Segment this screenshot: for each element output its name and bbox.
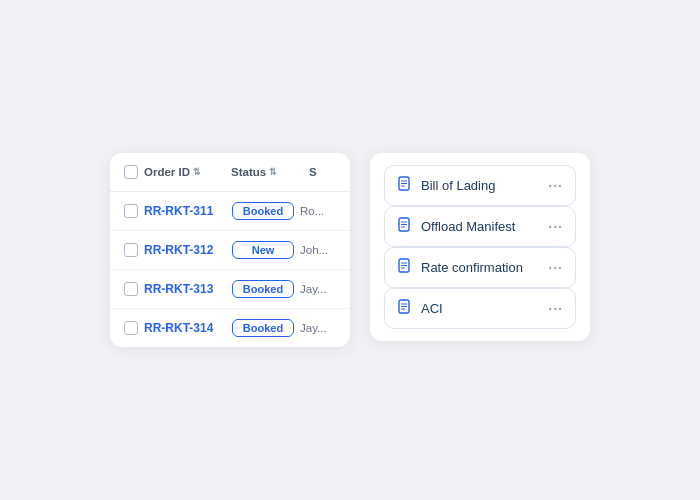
row-name-cell: Jay... [300,283,336,295]
order-id-cell: RR-RKT-312 [144,243,226,257]
s-column-header: S [309,166,336,178]
status-sort-icon: ⇅ [269,167,277,177]
order-id-cell: RR-RKT-314 [144,321,226,335]
documents-list: Bill of Lading ··· Offload Manifest ··· [384,165,576,329]
doc-more-button-1[interactable]: ··· [548,219,563,235]
doc-label-0: Bill of Lading [421,178,495,193]
doc-more-button-2[interactable]: ··· [548,260,563,276]
doc-item-3[interactable]: ACI ··· [384,288,576,329]
order-id-label: Order ID [144,166,190,178]
doc-label-3: ACI [421,301,443,316]
status-badge: Booked [232,280,294,298]
main-container: Order ID ⇅ Status ⇅ S RR-RKT-311 Booked … [110,153,590,347]
status-badge: Booked [232,202,294,220]
row-checkbox-1[interactable] [124,243,138,257]
order-id-sort-icon: ⇅ [193,167,201,177]
doc-icon-2 [397,258,413,277]
order-id-column-header[interactable]: Order ID ⇅ [144,166,225,178]
table-row[interactable]: RR-RKT-313 Booked Jay... [110,270,350,309]
row-checkbox-2[interactable] [124,282,138,296]
doc-left-2: Rate confirmation [397,258,523,277]
doc-more-button-3[interactable]: ··· [548,301,563,317]
row-name-cell: Ro... [300,205,336,217]
row-checkbox-0[interactable] [124,204,138,218]
status-label: Status [231,166,266,178]
table-row[interactable]: RR-RKT-311 Booked Ro... [110,192,350,231]
row-name-cell: Joh... [300,244,336,256]
table-row[interactable]: RR-RKT-314 Booked Jay... [110,309,350,347]
table-body: RR-RKT-311 Booked Ro... RR-RKT-312 New J… [110,192,350,347]
doc-item-1[interactable]: Offload Manifest ··· [384,206,576,247]
status-badge: New [232,241,294,259]
s-label: S [309,166,317,178]
order-id-cell: RR-RKT-311 [144,204,226,218]
table-row[interactable]: RR-RKT-312 New Joh... [110,231,350,270]
documents-panel: Bill of Lading ··· Offload Manifest ··· [370,153,590,341]
doc-label-1: Offload Manifest [421,219,515,234]
doc-icon-0 [397,176,413,195]
doc-more-button-0[interactable]: ··· [548,178,563,194]
doc-left-1: Offload Manifest [397,217,515,236]
row-name-cell: Jay... [300,322,336,334]
orders-table-panel: Order ID ⇅ Status ⇅ S RR-RKT-311 Booked … [110,153,350,347]
doc-label-2: Rate confirmation [421,260,523,275]
order-id-cell: RR-RKT-313 [144,282,226,296]
table-header-row: Order ID ⇅ Status ⇅ S [110,153,350,192]
doc-icon-1 [397,217,413,236]
status-column-header[interactable]: Status ⇅ [231,166,303,178]
doc-icon-3 [397,299,413,318]
status-badge: Booked [232,319,294,337]
doc-left-0: Bill of Lading [397,176,495,195]
doc-item-2[interactable]: Rate confirmation ··· [384,247,576,288]
row-checkbox-3[interactable] [124,321,138,335]
select-all-checkbox[interactable] [124,165,138,179]
doc-item-0[interactable]: Bill of Lading ··· [384,165,576,206]
doc-left-3: ACI [397,299,443,318]
